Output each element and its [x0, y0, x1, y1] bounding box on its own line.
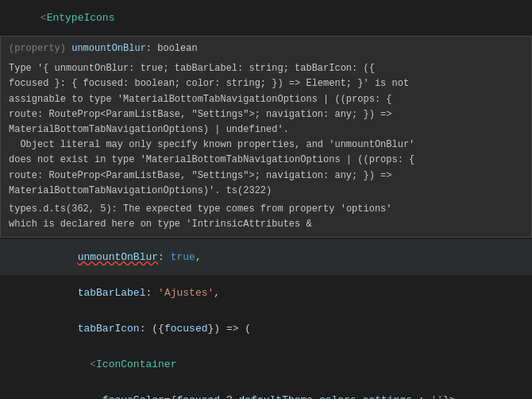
code-line-tabbaricon: tabBarIcon: ({focused}) => ( [0, 311, 532, 347]
error-property-line: (property) unmountOnBlur: boolean [9, 41, 523, 56]
code-line-unmountonblur: unmountOnBlur: true, [0, 239, 532, 275]
editor-area: <EntypeIcons (property) unmountOnBlur: b… [0, 0, 532, 399]
code-line-iconcontainer-open: <IconContainer [0, 347, 532, 382]
code-line-tabbarlabel: tabBarLabel: 'Ajustes', [0, 275, 532, 311]
code-area: unmountOnBlur: true, tabBarLabel: 'Ajust… [0, 238, 532, 399]
error-source-line: types.d.ts(362, 5): The expected type co… [9, 202, 523, 232]
error-message: Type '{ unmountOnBlur: true; tabBarLabel… [9, 61, 523, 199]
error-tooltip: (property) unmountOnBlur: boolean Type '… [0, 36, 532, 238]
code-line: <EntypeIcons [0, 0, 532, 36]
code-line-focuscolor: focusColor={focused ? defaultTheme.color… [0, 382, 532, 399]
options-link[interactable]: options [346, 203, 386, 215]
